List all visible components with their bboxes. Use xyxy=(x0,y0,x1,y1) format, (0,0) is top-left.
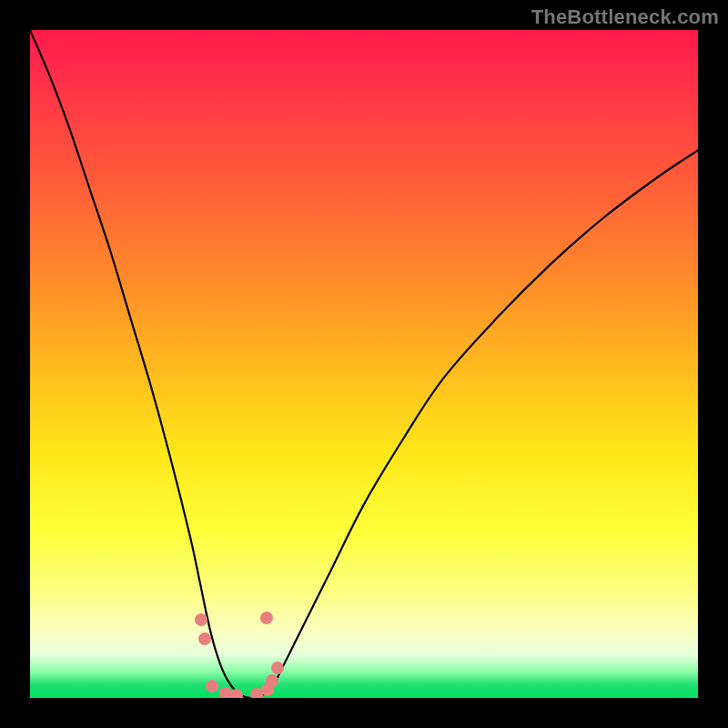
marker-layer xyxy=(30,30,698,698)
chart-frame: TheBottleneck.com xyxy=(0,0,728,728)
watermark-text: TheBottleneck.com xyxy=(531,5,719,29)
curve-marker xyxy=(260,612,273,624)
curve-marker xyxy=(271,662,284,674)
curve-marker xyxy=(230,689,243,698)
curve-marker xyxy=(206,680,218,693)
curve-marker xyxy=(266,674,278,687)
curve-marker xyxy=(198,632,211,645)
plot-area xyxy=(30,30,698,698)
curve-marker xyxy=(195,613,207,626)
